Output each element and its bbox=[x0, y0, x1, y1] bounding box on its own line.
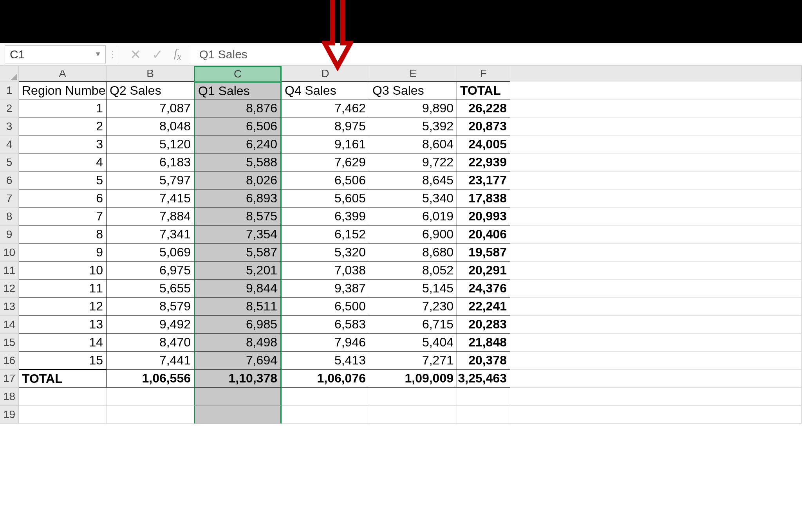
cell[interactable]: 9,890 bbox=[369, 99, 457, 117]
row-header[interactable]: 7 bbox=[0, 189, 19, 207]
cell[interactable]: 5,320 bbox=[282, 243, 369, 261]
fx-icon[interactable]: fx bbox=[174, 47, 181, 62]
cell[interactable]: 5,201 bbox=[194, 261, 282, 280]
row-header[interactable]: 11 bbox=[0, 261, 19, 280]
col-header-B[interactable]: B bbox=[107, 66, 194, 81]
cell[interactable]: 8,498 bbox=[194, 334, 282, 352]
cell[interactable]: 13 bbox=[19, 316, 107, 334]
cell[interactable]: 7,462 bbox=[282, 99, 369, 117]
cell[interactable]: 6,240 bbox=[194, 135, 282, 153]
cell[interactable]: 7,087 bbox=[107, 99, 194, 117]
cell[interactable] bbox=[510, 261, 802, 280]
col-header-C[interactable]: C bbox=[194, 66, 282, 81]
cell[interactable]: 5,404 bbox=[369, 334, 457, 352]
cell[interactable] bbox=[369, 406, 457, 424]
cell[interactable]: 6,583 bbox=[282, 316, 369, 334]
row-header[interactable]: 18 bbox=[0, 388, 19, 406]
cell[interactable]: TOTAL bbox=[457, 81, 510, 99]
cell[interactable] bbox=[510, 370, 802, 388]
cell[interactable]: 24,005 bbox=[457, 135, 510, 153]
cell[interactable]: 7,271 bbox=[369, 352, 457, 370]
cell[interactable] bbox=[457, 388, 510, 406]
cell[interactable] bbox=[510, 207, 802, 225]
cell[interactable]: 8,680 bbox=[369, 243, 457, 261]
cell[interactable] bbox=[510, 388, 802, 406]
cell[interactable]: 6 bbox=[19, 189, 107, 207]
cell[interactable]: 5,605 bbox=[282, 189, 369, 207]
row-header[interactable]: 17 bbox=[0, 370, 19, 388]
cell[interactable]: 6,152 bbox=[282, 225, 369, 243]
cell[interactable]: 26,228 bbox=[457, 99, 510, 117]
cell[interactable]: 23,177 bbox=[457, 171, 510, 189]
cell[interactable] bbox=[19, 388, 107, 406]
cell[interactable]: 9,387 bbox=[282, 280, 369, 298]
cell[interactable]: 15 bbox=[19, 352, 107, 370]
cell[interactable]: 21,848 bbox=[457, 334, 510, 352]
cell[interactable]: 24,376 bbox=[457, 280, 510, 298]
cancel-icon[interactable]: ✕ bbox=[130, 47, 141, 62]
cell[interactable]: 22,241 bbox=[457, 298, 510, 316]
cell[interactable]: 6,985 bbox=[194, 316, 282, 334]
cell[interactable]: 5,588 bbox=[194, 153, 282, 171]
cell[interactable]: 8,604 bbox=[369, 135, 457, 153]
cell[interactable]: 5,392 bbox=[369, 117, 457, 135]
cell[interactable]: 20,291 bbox=[457, 261, 510, 280]
cell[interactable]: 20,406 bbox=[457, 225, 510, 243]
cell[interactable]: 5,655 bbox=[107, 280, 194, 298]
col-header-A[interactable]: A bbox=[19, 66, 107, 81]
cell[interactable]: 7 bbox=[19, 207, 107, 225]
cell[interactable] bbox=[510, 352, 802, 370]
cell[interactable]: 6,506 bbox=[282, 171, 369, 189]
col-header-E[interactable]: E bbox=[369, 66, 457, 81]
cell[interactable]: 8,876 bbox=[194, 99, 282, 117]
row-header[interactable]: 4 bbox=[0, 135, 19, 153]
cell[interactable]: 6,893 bbox=[194, 189, 282, 207]
cell[interactable] bbox=[510, 243, 802, 261]
cell[interactable]: 7,946 bbox=[282, 334, 369, 352]
cell[interactable]: 8,975 bbox=[282, 117, 369, 135]
cell[interactable]: 8,645 bbox=[369, 171, 457, 189]
row-header[interactable]: 6 bbox=[0, 171, 19, 189]
cell[interactable]: 8,470 bbox=[107, 334, 194, 352]
cell[interactable]: 5,069 bbox=[107, 243, 194, 261]
col-header-extra[interactable] bbox=[510, 66, 802, 81]
cell[interactable]: 5 bbox=[19, 171, 107, 189]
cell[interactable] bbox=[510, 225, 802, 243]
cell[interactable] bbox=[510, 153, 802, 171]
cell[interactable]: 6,715 bbox=[369, 316, 457, 334]
dropdown-icon[interactable]: ▼ bbox=[94, 50, 101, 58]
cell[interactable]: 11 bbox=[19, 280, 107, 298]
cell[interactable] bbox=[510, 334, 802, 352]
row-header[interactable]: 15 bbox=[0, 334, 19, 352]
cell[interactable]: 7,694 bbox=[194, 352, 282, 370]
cell[interactable] bbox=[107, 406, 194, 424]
confirm-icon[interactable]: ✓ bbox=[152, 47, 163, 62]
row-header[interactable]: 1 bbox=[0, 81, 19, 99]
cell[interactable]: 6,183 bbox=[107, 153, 194, 171]
cell[interactable]: 9,161 bbox=[282, 135, 369, 153]
cell[interactable]: 5,797 bbox=[107, 171, 194, 189]
row-header[interactable]: 14 bbox=[0, 316, 19, 334]
cell[interactable]: 7,354 bbox=[194, 225, 282, 243]
cell[interactable] bbox=[107, 388, 194, 406]
cell[interactable]: 8 bbox=[19, 225, 107, 243]
cell[interactable] bbox=[457, 406, 510, 424]
cell[interactable]: 7,884 bbox=[107, 207, 194, 225]
cell[interactable]: Region Number bbox=[19, 81, 107, 99]
cell[interactable]: 7,415 bbox=[107, 189, 194, 207]
cell[interactable]: 6,506 bbox=[194, 117, 282, 135]
cell[interactable]: 10 bbox=[19, 261, 107, 280]
cell[interactable] bbox=[369, 388, 457, 406]
col-header-D[interactable]: D bbox=[282, 66, 369, 81]
cell[interactable]: 20,873 bbox=[457, 117, 510, 135]
cell[interactable]: 7,441 bbox=[107, 352, 194, 370]
col-header-F[interactable]: F bbox=[457, 66, 510, 81]
cell[interactable] bbox=[510, 135, 802, 153]
formula-input[interactable] bbox=[191, 45, 802, 63]
row-header[interactable]: 2 bbox=[0, 99, 19, 117]
cell[interactable]: Q2 Sales bbox=[107, 81, 194, 99]
cell[interactable]: 5,413 bbox=[282, 352, 369, 370]
row-header[interactable]: 19 bbox=[0, 406, 19, 424]
cell[interactable]: 12 bbox=[19, 298, 107, 316]
cell[interactable]: 8,575 bbox=[194, 207, 282, 225]
